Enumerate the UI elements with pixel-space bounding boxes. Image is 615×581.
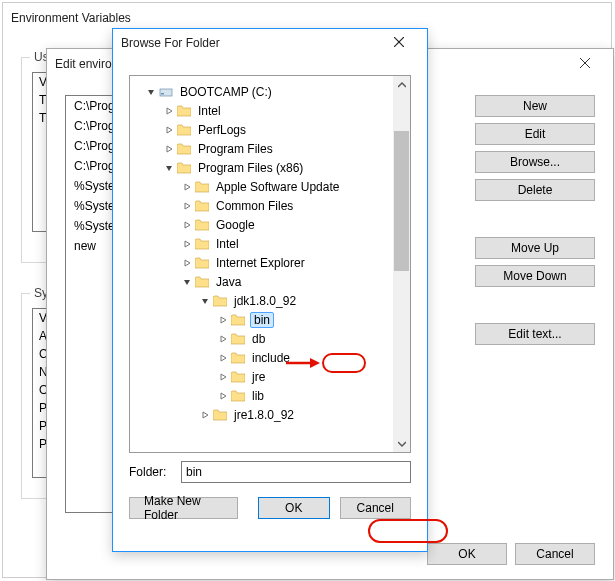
expand-icon[interactable] xyxy=(198,411,212,419)
tree-node[interactable]: db xyxy=(134,329,406,348)
expand-collapse-icon[interactable] xyxy=(162,164,176,172)
browse-close-button[interactable] xyxy=(379,32,419,54)
tree-node[interactable]: jre1.8.0_92 xyxy=(134,405,406,424)
tree-node-label: Program Files xyxy=(196,142,275,156)
folder-icon xyxy=(194,237,210,251)
new-button[interactable]: New xyxy=(475,95,595,117)
tree-node-label: Internet Explorer xyxy=(214,256,307,270)
tree-node[interactable]: Google xyxy=(134,215,406,234)
browse-cancel-button[interactable]: Cancel xyxy=(340,497,411,519)
edit-cancel-button[interactable]: Cancel xyxy=(515,543,595,565)
drive-icon xyxy=(158,85,174,99)
folder-input[interactable] xyxy=(181,461,411,483)
folder-icon xyxy=(212,294,228,308)
browse-for-folder-dialog: Browse For Folder BOOTCAMP (C:)IntelPerf… xyxy=(112,28,428,552)
browse-titlebar: Browse For Folder xyxy=(113,29,427,57)
tree-node-label: jre1.8.0_92 xyxy=(232,408,296,422)
move-down-button[interactable]: Move Down xyxy=(475,265,595,287)
tree-node[interactable]: Intel xyxy=(134,101,406,120)
tree-node-label: jre xyxy=(250,370,267,384)
tree-node[interactable]: Program Files xyxy=(134,139,406,158)
tree-node[interactable]: BOOTCAMP (C:) xyxy=(134,82,406,101)
expand-icon[interactable] xyxy=(216,354,230,362)
folder-icon xyxy=(176,104,192,118)
expand-icon[interactable] xyxy=(162,107,176,115)
expand-icon[interactable] xyxy=(162,126,176,134)
close-icon xyxy=(580,57,590,71)
tree-node-label: Common Files xyxy=(214,199,295,213)
make-new-folder-button[interactable]: Make New Folder xyxy=(129,497,238,519)
expand-collapse-icon[interactable] xyxy=(144,88,158,96)
folder-icon xyxy=(176,123,192,137)
tree-node[interactable]: Program Files (x86) xyxy=(134,158,406,177)
expand-icon[interactable] xyxy=(180,183,194,191)
tree-node-label: BOOTCAMP (C:) xyxy=(178,85,274,99)
expand-icon[interactable] xyxy=(162,145,176,153)
folder-icon xyxy=(194,256,210,270)
tree-node-label: Program Files (x86) xyxy=(196,161,305,175)
browse-title: Browse For Folder xyxy=(121,36,379,50)
scroll-up-button[interactable] xyxy=(393,76,410,93)
expand-icon[interactable] xyxy=(180,240,194,248)
expand-icon[interactable] xyxy=(216,392,230,400)
chevron-down-icon xyxy=(398,441,406,447)
scrollbar-thumb[interactable] xyxy=(394,131,409,271)
delete-button[interactable]: Delete xyxy=(475,179,595,201)
tree-node[interactable]: PerfLogs xyxy=(134,120,406,139)
folder-icon xyxy=(230,313,246,327)
tree-node[interactable]: Apple Software Update xyxy=(134,177,406,196)
tree-node[interactable]: jdk1.8.0_92 xyxy=(134,291,406,310)
folder-icon xyxy=(194,180,210,194)
tree-node-label: PerfLogs xyxy=(196,123,248,137)
folder-icon xyxy=(194,218,210,232)
tree-node[interactable]: include xyxy=(134,348,406,367)
svg-rect-4 xyxy=(160,89,172,96)
folder-icon xyxy=(176,142,192,156)
tree-node-label: include xyxy=(250,351,292,365)
expand-icon[interactable] xyxy=(180,202,194,210)
expand-icon[interactable] xyxy=(216,335,230,343)
edit-side-buttons: New Edit Browse... Delete Move Up Move D… xyxy=(475,95,595,345)
edit-ok-button[interactable]: OK xyxy=(427,543,507,565)
folder-icon xyxy=(194,199,210,213)
tree-node[interactable]: lib xyxy=(134,386,406,405)
browse-buttons: Make New Folder OK Cancel xyxy=(129,497,411,519)
folder-icon xyxy=(176,161,192,175)
folder-icon xyxy=(230,332,246,346)
expand-icon[interactable] xyxy=(180,259,194,267)
tree-node-label: Google xyxy=(214,218,257,232)
tree-node[interactable]: bin xyxy=(134,310,406,329)
tree-node[interactable]: Common Files xyxy=(134,196,406,215)
browse-button[interactable]: Browse... xyxy=(475,151,595,173)
tree-node-label: Java xyxy=(214,275,243,289)
edit-text-button[interactable]: Edit text... xyxy=(475,323,595,345)
tree-node-label: Intel xyxy=(196,104,223,118)
tree-node-label: jdk1.8.0_92 xyxy=(232,294,298,308)
folder-field: Folder: xyxy=(129,461,411,483)
edit-close-button[interactable] xyxy=(565,53,605,75)
close-icon xyxy=(394,36,404,50)
tree-node[interactable]: jre xyxy=(134,367,406,386)
browse-ok-button[interactable]: OK xyxy=(258,497,329,519)
expand-collapse-icon[interactable] xyxy=(180,278,194,286)
expand-icon[interactable] xyxy=(216,316,230,324)
expand-icon[interactable] xyxy=(180,221,194,229)
vertical-scrollbar[interactable] xyxy=(393,76,410,452)
tree-node[interactable]: Internet Explorer xyxy=(134,253,406,272)
scroll-down-button[interactable] xyxy=(393,435,410,452)
tree-node-label: db xyxy=(250,332,267,346)
folder-icon xyxy=(212,408,228,422)
tree-node[interactable]: Intel xyxy=(134,234,406,253)
svg-rect-5 xyxy=(161,93,164,95)
tree-node[interactable]: Java xyxy=(134,272,406,291)
folder-tree[interactable]: BOOTCAMP (C:)IntelPerfLogsProgram FilesP… xyxy=(129,75,411,453)
chevron-up-icon xyxy=(398,82,406,88)
expand-icon[interactable] xyxy=(216,373,230,381)
folder-label: Folder: xyxy=(129,465,181,479)
scrollbar-track[interactable] xyxy=(393,93,410,435)
move-up-button[interactable]: Move Up xyxy=(475,237,595,259)
edit-button[interactable]: Edit xyxy=(475,123,595,145)
expand-collapse-icon[interactable] xyxy=(198,297,212,305)
folder-icon xyxy=(230,370,246,384)
tree-node-label: bin xyxy=(250,312,274,328)
